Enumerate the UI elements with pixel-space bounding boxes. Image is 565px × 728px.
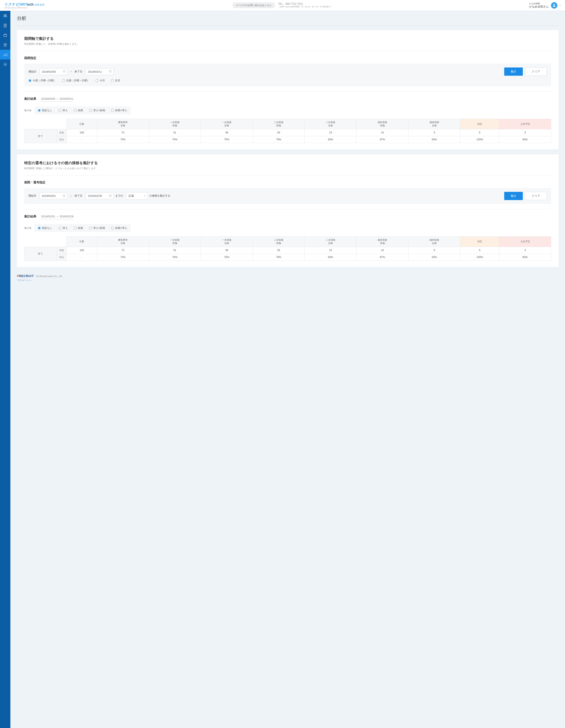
aggregate-button[interactable]: 集計 [504, 67, 523, 76]
axis-job-route-2[interactable]: 求人×経路 [89, 226, 105, 230]
calendar-icon [63, 194, 66, 198]
radio-last-month[interactable]: 先月 [111, 79, 120, 82]
sidebar [0, 11, 10, 295]
axis-job[interactable]: 求人 [58, 109, 68, 112]
period-selection-heading: 期間・選考指定 [24, 181, 551, 184]
result-heading: 集計結果 [24, 97, 36, 101]
clear-button[interactable]: クリア [525, 67, 547, 76]
table-row: 全て 実数 100735138301510553 [24, 129, 551, 136]
axis-none-2[interactable]: 指定なし [38, 226, 52, 230]
start-date-input[interactable]: 2018/03/05 [39, 68, 67, 75]
section2-desc: 特定期間に実施した選考が、どうなったかを追いかけて集計します。 [24, 167, 551, 170]
calendar-icon [63, 70, 66, 73]
mail-inquiry-button[interactable]: メールでのお問い合わせはこちら [232, 2, 275, 8]
section1-title: 期間軸で集計する [24, 36, 551, 41]
result-table-2: 応募 書類選考合格 一次面接実施 一次面接合格 二次面接実施 二次面接合格 最終… [24, 236, 551, 261]
svg-point-1 [4, 14, 5, 16]
footer-logo: PRECRUIT [17, 274, 34, 278]
user-icon [552, 3, 556, 7]
period-filter-box: 開始日 2018/03/05 ～ 終了日 2018/03/11 集計 クリア 今… [24, 64, 551, 86]
table-row: 割合 –73%70%75%79%50%67%50%100%60% [24, 136, 551, 143]
calendar-icon [109, 194, 112, 198]
end-date-input[interactable]: 2018/03/11 [85, 68, 114, 75]
table-row: 割合 –73%70%75%79%50%67%50%100%60% [24, 254, 551, 261]
page-title: 分析 [17, 15, 559, 26]
period-heading: 期間指定 [24, 56, 551, 60]
period-preset-radios: 今週（月曜～日曜） 先週（月曜～日曜） 今月 先月 [29, 79, 547, 82]
nav-candidates[interactable] [0, 11, 10, 21]
svg-point-2 [5, 14, 6, 16]
radio-this-week[interactable]: 今週（月曜～日曜） [29, 79, 56, 82]
svg-point-8 [5, 44, 5, 45]
nav-settings[interactable] [0, 59, 10, 69]
nav-documents[interactable] [0, 21, 10, 30]
svg-point-0 [554, 4, 555, 5]
footer: PRECRUIT (C) Recruit Career Co., Ltd. リク… [17, 272, 559, 288]
axis-options-2: 指定なし 求人 経路 求人×経路 経路×求人 [34, 224, 131, 232]
nav-analytics[interactable] [0, 50, 10, 59]
result-table-1: 応募 書類選考合格 一次面接実施 一次面接合格 二次面接実施 二次面接合格 最終… [24, 119, 551, 143]
axis-route[interactable]: 経路 [74, 109, 83, 112]
period-aggregation-card: 期間軸で集計する 特定期間に実施した、各選考の件数を集計します。 期間指定 開始… [17, 30, 559, 149]
chevron-down-icon[interactable]: ▾ [560, 4, 561, 6]
aggregate-button-2[interactable]: 集計 [504, 192, 523, 200]
end-date-input-2[interactable]: 2018/02/28 [85, 192, 114, 199]
table-row: 全て 実数 100735138301510553 [24, 247, 551, 254]
radio-last-week[interactable]: 先週（月曜～日曜） [62, 79, 90, 82]
calendar-icon [109, 70, 112, 73]
axis-job-2[interactable]: 求人 [58, 226, 68, 230]
section1-desc: 特定期間に実施した、各選考の件数を集計します。 [24, 42, 551, 46]
clear-button-2[interactable]: クリア [525, 192, 547, 200]
result-date-range: 2018/03/05 ～ 2018/03/11 [41, 97, 74, 102]
svg-rect-18 [109, 71, 111, 72]
logo-brand: リクナビHR [4, 2, 25, 6]
transition-filter-box: 開始日 2018/02/01 ～ 終了日 2018/02/28 までの 応募 ▼… [24, 188, 551, 204]
section2-title: 特定の選考におけるその後の推移を集計する [24, 160, 551, 165]
nav-jobs[interactable] [0, 30, 10, 40]
result-date-range-2: 2018/02/01 ～ 2018/02/28 [41, 215, 74, 219]
nav-security[interactable] [0, 40, 10, 50]
axis-none[interactable]: 指定なし [38, 109, 52, 112]
logo-suffix: 採用管理 [35, 3, 45, 6]
axis-job-route[interactable]: 求人×経路 [89, 109, 105, 112]
result-heading-2: 集計結果 [24, 215, 36, 218]
user-info: かもめ商事 かもめ太郎さん [529, 2, 549, 9]
chevron-down-icon: ▼ [144, 195, 146, 197]
radio-this-month[interactable]: 今月 [96, 79, 105, 82]
svg-point-13 [5, 64, 6, 65]
svg-rect-14 [63, 71, 65, 72]
tel-info: TEL：080-7732-7521 （お問い合わせ受付時間：月～金 10：00～… [278, 2, 332, 8]
axis-route-job-2[interactable]: 経路×求人 [111, 226, 127, 230]
transition-aggregation-card: 特定の選考におけるその後の推移を集計する 特定期間に実施した選考が、どうなったか… [17, 154, 559, 267]
header: リクナビHRTech採用管理 PRODUCED BY PRECRUIT メールで… [0, 0, 565, 11]
axis-route-2[interactable]: 経路 [74, 226, 83, 230]
main-content: 分析 期間軸で集計する 特定期間に実施した、各選考の件数を集計します。 期間指定… [10, 11, 565, 295]
axis-options: 指定なし 求人 経路 求人×経路 経路×求人 [34, 106, 131, 114]
footer-link[interactable]: リクルートへ [17, 279, 31, 282]
svg-rect-26 [109, 195, 111, 197]
svg-rect-22 [63, 195, 65, 197]
axis-route-job[interactable]: 経路×求人 [111, 109, 127, 112]
avatar[interactable] [551, 2, 557, 9]
start-date-input-2[interactable]: 2018/02/01 [39, 192, 67, 199]
logo: リクナビHRTech採用管理 PRODUCED BY PRECRUIT [4, 2, 45, 9]
stage-select[interactable]: 応募 ▼ [126, 192, 148, 200]
svg-rect-7 [4, 34, 6, 36]
